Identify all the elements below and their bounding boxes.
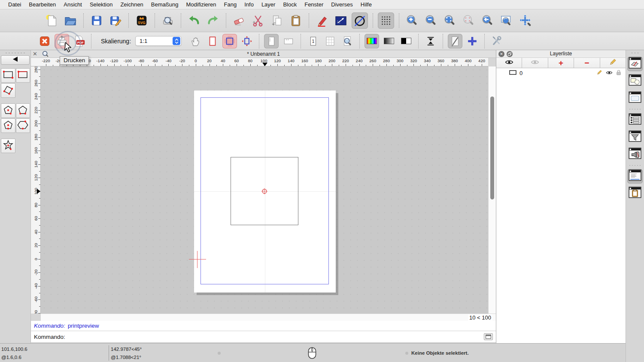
menu-fang[interactable]: Fang <box>220 0 241 9</box>
layer-color-swatch <box>509 70 516 76</box>
mouse-hints-icon <box>307 347 317 360</box>
polygon-center-tangent-tool-button[interactable] <box>1 118 15 133</box>
layer-panel-toolbar: +− <box>496 58 626 68</box>
toolbox-back-button[interactable] <box>1 55 30 65</box>
print-preview-button[interactable] <box>160 12 176 29</box>
show-all-layers-button[interactable] <box>496 58 522 68</box>
eraser-button[interactable] <box>231 12 247 29</box>
ruler-h-label: 340 <box>424 58 431 63</box>
scale-select[interactable]: 1:1 <box>135 36 182 46</box>
menu-ansicht[interactable]: Ansicht <box>60 0 86 9</box>
menu-fenster[interactable]: Fenster <box>301 0 327 9</box>
tiled-pages-button[interactable] <box>323 34 337 48</box>
zoom-previous-button[interactable] <box>480 12 496 29</box>
horizontal-scrollbar[interactable]: 10 < 100 <box>41 314 496 321</box>
zoom-out-button[interactable] <box>423 12 439 29</box>
star-tool-button[interactable] <box>1 139 15 153</box>
menu-selektion[interactable]: Selektion <box>86 0 116 9</box>
remove-layer-button[interactable]: − <box>574 58 600 68</box>
paper-border-button[interactable] <box>205 34 220 48</box>
save-button[interactable] <box>88 12 105 29</box>
open-folder-button[interactable] <box>62 12 79 29</box>
dock-commandline-icon <box>629 169 641 183</box>
menu-bearbeiten[interactable]: Bearbeiten <box>25 0 60 9</box>
redo-button[interactable] <box>205 12 221 29</box>
menu-diverses[interactable]: Diverses <box>327 0 357 9</box>
rect-3points-tool-button[interactable] <box>1 83 15 98</box>
vertical-scrollbar-thumb[interactable] <box>490 97 494 199</box>
paste-button[interactable] <box>288 12 304 29</box>
dock-commandline-toggle-button[interactable] <box>627 169 643 184</box>
copy-button[interactable] <box>269 12 285 29</box>
toolbox-grip[interactable] <box>4 52 26 54</box>
close-preview-button[interactable] <box>37 34 52 48</box>
pen-button[interactable] <box>314 12 330 29</box>
draft-mode-button[interactable] <box>448 34 462 48</box>
menu-layer[interactable]: Layer <box>258 0 279 9</box>
drawing-canvas[interactable] <box>41 66 488 314</box>
menu-modifizieren[interactable]: Modifizieren <box>182 0 220 9</box>
fit-vertical-button[interactable] <box>423 34 438 48</box>
snap-grid-button[interactable] <box>378 12 394 29</box>
panel-close-icon[interactable]: ✕ <box>498 51 504 57</box>
single-page-button[interactable]: 1 <box>306 34 320 48</box>
layer-row[interactable]: 0 <box>496 68 626 78</box>
command-input-line[interactable]: Kommando: <box>31 331 496 343</box>
dock-blocklist-toggle-button[interactable] <box>627 74 643 88</box>
zoom-page-button[interactable] <box>340 34 355 48</box>
stepper-icon[interactable] <box>173 37 180 45</box>
vertical-scrollbar[interactable] <box>488 66 496 314</box>
zoom-in-button[interactable] <box>404 12 420 29</box>
dock-entitylist-toggle-button[interactable] <box>627 113 643 127</box>
svg-export-button[interactable]: SVG <box>134 12 150 29</box>
toolbar-separator <box>484 34 485 48</box>
ruler-v-label: -40 <box>33 283 38 289</box>
zoom-pan-button[interactable] <box>517 12 534 29</box>
layer-edit-pencil-icon[interactable] <box>596 69 602 77</box>
add-layer-button[interactable]: + <box>548 58 574 68</box>
commandline-float-button[interactable] <box>484 333 493 340</box>
polygon-center-corner-tool-button[interactable] <box>1 103 15 118</box>
polygon-2-corners-tool-button[interactable] <box>16 103 30 118</box>
scale-to-page-button[interactable] <box>240 34 254 48</box>
menu-info[interactable]: Info <box>240 0 258 9</box>
cut-button[interactable] <box>250 12 266 29</box>
menu-datei[interactable]: Datei <box>4 0 25 9</box>
panel-float-icon[interactable] <box>507 51 513 57</box>
menu-zeichnen[interactable]: Zeichnen <box>116 0 147 9</box>
save-as-button[interactable] <box>107 12 124 29</box>
fit-to-page-button[interactable] <box>222 34 237 48</box>
layer-visible-eye-icon[interactable] <box>606 70 613 76</box>
menu-block[interactable]: Block <box>279 0 301 9</box>
ruler-h-label: 80 <box>248 58 253 63</box>
measure-distance-button[interactable] <box>333 12 349 29</box>
blackwhite-mode-button[interactable] <box>399 34 413 48</box>
portrait-button[interactable] <box>264 34 279 48</box>
menu-bemaung[interactable]: Bemaßung <box>147 0 182 9</box>
rect-2points-tool-button[interactable] <box>1 68 15 83</box>
undo-button[interactable] <box>186 12 202 29</box>
grayscale-mode-button[interactable] <box>382 34 396 48</box>
dock-library-toggle-button[interactable] <box>627 91 643 106</box>
new-file-button[interactable] <box>43 12 60 29</box>
dock-clipboard-toggle-button[interactable] <box>627 186 643 201</box>
layer-lock-icon[interactable] <box>616 69 621 77</box>
color-mode-button[interactable] <box>365 34 379 48</box>
menu-hilfe[interactable]: Hilfe <box>357 0 376 9</box>
edit-layer-button[interactable] <box>600 58 626 68</box>
polygon-side-side-tool-button[interactable] <box>16 118 30 133</box>
dock-notify-toggle-button[interactable] <box>627 147 643 162</box>
dock-layerlist-toggle-button[interactable] <box>627 57 643 71</box>
circle-slash-button[interactable] <box>352 12 368 29</box>
settings-button[interactable] <box>489 34 504 48</box>
measure-distance-icon <box>334 14 347 27</box>
hide-all-layers-button[interactable] <box>522 58 548 68</box>
zoom-window-button[interactable] <box>498 12 515 29</box>
dock-strip-grip[interactable] <box>630 52 640 54</box>
landscape-button[interactable] <box>281 34 296 48</box>
dock-filter-toggle-button[interactable] <box>627 130 643 145</box>
zoom-auto-button[interactable] <box>442 12 458 29</box>
hand-pan-button[interactable] <box>188 34 203 48</box>
rect-axes-tool-button[interactable] <box>16 68 30 83</box>
crosshair-button[interactable] <box>465 34 480 48</box>
